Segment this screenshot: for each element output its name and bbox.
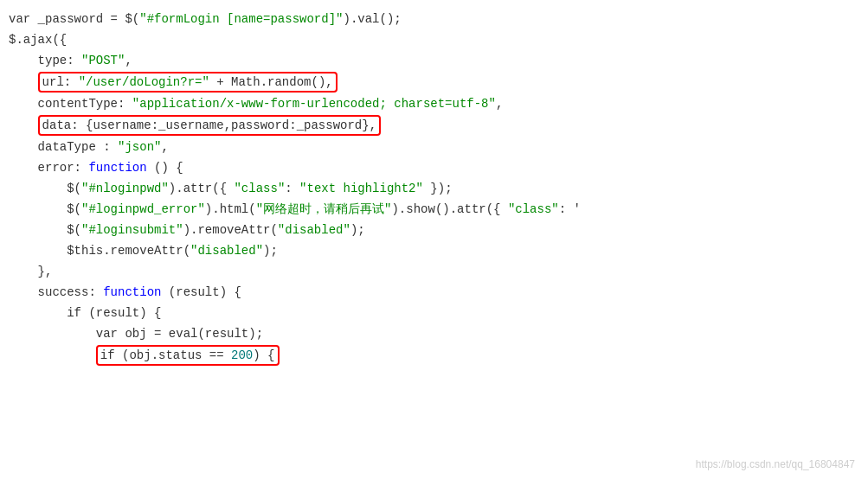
code-text: if (obj.status ==: [100, 348, 231, 362]
code-line-8: error: function () {: [0, 157, 868, 178]
code-text: $(: [9, 179, 81, 198]
code-text: dataType :: [9, 137, 118, 156]
code-line-3: type: "POST",: [0, 50, 868, 71]
code-text: $this.removeAttr(: [9, 241, 190, 260]
code-line-10: $("#loginpwd_error").html("网络超时，请稍后再试").…: [0, 199, 868, 220]
code-text: ).val();: [343, 10, 401, 29]
code-text: ,: [161, 137, 168, 156]
code-line-7: dataType : "json",: [0, 137, 868, 157]
code-text: "json": [118, 137, 161, 156]
code-text: "text highlight2": [299, 179, 423, 198]
highlighted-if: if (obj.status == 200) {: [96, 345, 280, 366]
code-text: ,: [496, 94, 503, 113]
code-text: [9, 346, 96, 365]
code-text: "#loginpwd_error": [81, 200, 205, 219]
code-text: "disabled": [190, 241, 263, 260]
code-text: ).removeAttr(: [183, 220, 278, 240]
code-text: type:: [9, 51, 81, 70]
code-text: "#loginsubmit": [81, 220, 183, 240]
code-text: ).show().attr({: [391, 200, 507, 219]
code-line-5: contentType: "application/x-www-form-url…: [0, 93, 868, 114]
code-text: "POST": [81, 51, 125, 70]
highlighted-url: url: "/user/doLogin?r=" + Math.random(),: [38, 72, 338, 93]
code-text: },: [9, 262, 52, 281]
code-text: });: [423, 179, 453, 198]
code-text: url:: [42, 75, 79, 89]
code-text: $(: [9, 220, 81, 240]
code-line-13: },: [0, 261, 868, 282]
highlighted-data: data: {username:_username,password:_pass…: [38, 115, 381, 136]
code-text: );: [350, 220, 365, 240]
code-text: $(: [9, 200, 81, 219]
code-text: : ': [559, 200, 581, 219]
code-text: "#nloginpwd": [81, 179, 169, 198]
code-text: contentType:: [9, 94, 132, 113]
code-text: "/user/doLogin?r=": [79, 75, 209, 89]
code-text: [9, 116, 38, 135]
code-text: "application/x-www-form-urlencoded; char…: [132, 94, 496, 113]
code-text: "disabled": [278, 220, 350, 240]
code-line-9: $("#nloginpwd").attr({ "class": "text hi…: [0, 178, 868, 199]
code-line-2: $.ajax({: [0, 29, 868, 50]
code-line-6: data: {username:_username,password:_pass…: [0, 114, 868, 137]
code-text: error:: [9, 158, 88, 177]
code-text: var _password = $(: [9, 10, 139, 29]
code-text: + Math.random(),: [209, 75, 333, 89]
code-line-14: success: function (result) {: [0, 282, 868, 303]
code-text: "class": [508, 200, 559, 219]
watermark: https://blog.csdn.net/qq_16804847: [696, 458, 855, 470]
code-line-16: var obj = eval(result);: [0, 323, 868, 344]
code-text: 200: [231, 348, 253, 362]
code-text: );: [263, 241, 278, 260]
keyword-function: function: [88, 158, 146, 177]
code-text: ).attr({: [169, 179, 235, 198]
code-text: success:: [9, 283, 103, 302]
code-text: ) {: [253, 348, 274, 362]
code-text: var obj = eval(result);: [9, 324, 263, 343]
code-text: ).html(: [205, 200, 256, 219]
code-text: "class": [234, 179, 285, 198]
code-container: var _password = $("#formLogin [name=pass…: [0, 0, 868, 479]
code-text: :: [285, 179, 299, 198]
code-line-11: $("#loginsubmit").removeAttr("disabled")…: [0, 220, 868, 240]
code-text: ,: [125, 51, 132, 70]
code-text: () {: [147, 158, 183, 177]
code-text: [9, 73, 38, 92]
code-text: "#formLogin [name=password]": [139, 10, 343, 29]
code-text: data: {username:_username,password:_pass…: [42, 118, 376, 132]
code-text: $.ajax({: [9, 30, 67, 49]
code-line-12: $this.removeAttr("disabled");: [0, 240, 868, 261]
code-text: "网络超时，请稍后再试": [256, 200, 392, 219]
code-line-4: url: "/user/doLogin?r=" + Math.random(),: [0, 71, 868, 93]
keyword-function-2: function: [103, 283, 161, 302]
code-text: (result) {: [161, 283, 241, 302]
code-line-17: if (obj.status == 200) {: [0, 344, 868, 367]
code-line-1: var _password = $("#formLogin [name=pass…: [0, 9, 868, 29]
code-text: if (result) {: [9, 303, 161, 323]
code-line-15: if (result) {: [0, 303, 868, 323]
